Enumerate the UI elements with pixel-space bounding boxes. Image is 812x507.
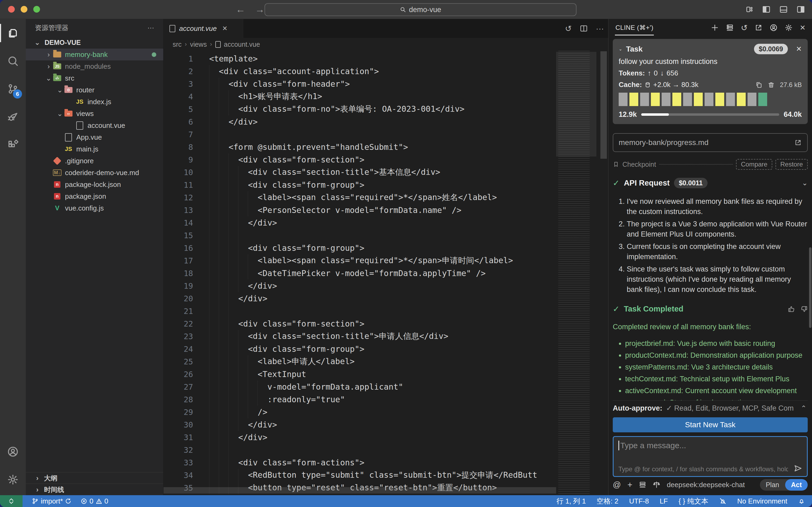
code-line-11[interactable]: 11 <div class="form-group"> [164, 179, 608, 191]
search-view-icon[interactable] [0, 47, 26, 75]
zoom-window-button[interactable] [33, 6, 40, 13]
back-icon[interactable]: ← [236, 4, 245, 15]
code-line-28[interactable]: 28 :readonly="true" [164, 393, 608, 406]
cline-title[interactable]: CLINE (⌘+') [615, 20, 654, 36]
cursor-position[interactable]: 行 1, 列 1 [557, 497, 586, 506]
notifications-bell-icon[interactable] [798, 498, 805, 505]
code-line-21[interactable]: 21 [164, 305, 608, 318]
code-line-29[interactable]: 29 /> [164, 406, 608, 418]
outline-panel[interactable]: › 大纲 [26, 472, 163, 484]
code-line-15[interactable]: 15 [164, 229, 608, 242]
code-line-9[interactable]: 9 <div class="form-section"> [164, 153, 608, 166]
timeline-history-icon[interactable]: ↺ [565, 24, 572, 33]
code-line-22[interactable]: 22 <div class="form-section"> [164, 318, 608, 330]
plan-act-toggle[interactable]: Plan Act [760, 479, 808, 491]
model-compare-icon[interactable] [653, 481, 660, 489]
mcp-servers-icon[interactable] [639, 481, 646, 489]
account-icon[interactable] [769, 23, 777, 32]
thumbs-down-icon[interactable] [800, 305, 808, 313]
code-line-18[interactable]: 18 <DateTimePicker v-model="formData.app… [164, 267, 608, 280]
explorer-icon[interactable] [0, 19, 26, 47]
api-request-row[interactable]: ✓ API Request $0.0011 ⌄ [613, 178, 808, 188]
code-line-17[interactable]: 17 <label><span class="required">*</span… [164, 254, 608, 267]
tree-item-views[interactable]: ⌄‹›views [26, 108, 163, 119]
add-context-icon[interactable]: + [627, 480, 632, 490]
minimap[interactable] [556, 51, 596, 495]
tree-item-src[interactable]: ⌄‹/›src [26, 72, 163, 84]
tree-item-router[interactable]: ⌄⚙router [26, 84, 163, 96]
code-line-13[interactable]: 13 <PersonSelector v-model="formData.nam… [164, 204, 608, 216]
forward-icon[interactable]: → [255, 4, 265, 15]
file-chip[interactable]: memory-bank/progress.md [613, 133, 808, 152]
open-in-editor-icon[interactable] [755, 23, 763, 32]
tree-item-package-json[interactable]: npackage.json [26, 190, 163, 202]
trash-icon[interactable] [768, 81, 775, 88]
code-line-6[interactable]: 6 </div> [164, 115, 608, 128]
code-line-34[interactable]: 34 <RedButton type="submit" class="submi… [164, 469, 608, 482]
open-file-icon[interactable] [794, 139, 802, 146]
code-line-33[interactable]: 33 <div class="form-actions"> [164, 456, 608, 469]
mcp-servers-icon[interactable] [726, 23, 734, 32]
minimap-slider[interactable] [556, 52, 596, 157]
git-branch-status[interactable]: import* [32, 497, 71, 505]
customize-layout-icon[interactable] [745, 5, 753, 13]
mention-icon[interactable]: @ [613, 480, 621, 489]
code-line-1[interactable]: 1<template> [164, 52, 608, 65]
environment-status[interactable]: No Environment [737, 497, 787, 505]
tree-item-coderider-demo-vue-md[interactable]: M↓coderider-demo-vue.md [26, 167, 163, 179]
code-line-14[interactable]: 14 </div> [164, 216, 608, 229]
message-input[interactable]: Type a message... Type @ for context, / … [613, 436, 808, 477]
code-line-5[interactable]: 5 <div class="form-no">表单编号: OA-2023-001… [164, 103, 608, 115]
tree-item-memory-bank[interactable]: ›memory-bank [26, 49, 163, 60]
workspace-root[interactable]: ⌄ DEMO-VUE [26, 36, 163, 49]
code-line-4[interactable]: 4 <h1>账号申请表</h1> [164, 90, 608, 103]
code-line-24[interactable]: 24 <div class="form-group"> [164, 343, 608, 355]
code-line-31[interactable]: 31 </div> [164, 431, 608, 444]
compare-button[interactable]: Compare [736, 159, 772, 170]
tree-item-account-vue[interactable]: account.vue [26, 119, 163, 131]
code-line-7[interactable]: 7 [164, 128, 608, 141]
disabled-indicator-icon[interactable] [719, 497, 727, 505]
source-control-icon[interactable]: 6 [0, 75, 26, 103]
thumbs-up-icon[interactable] [788, 305, 795, 313]
code-line-27[interactable]: 27 v-model="formData.applicant" [164, 381, 608, 393]
extensions-icon[interactable] [0, 131, 26, 159]
chevron-right-icon[interactable]: › [45, 62, 53, 71]
close-panel-icon[interactable]: ✕ [800, 23, 806, 32]
code-line-2[interactable]: 2 <div class="account-application"> [164, 65, 608, 77]
code-line-25[interactable]: 25 <label>申请人</label> [164, 355, 608, 368]
close-window-button[interactable] [8, 6, 15, 13]
tree-item-node-modules[interactable]: ›JSnode_modules [26, 60, 163, 72]
act-mode[interactable]: Act [785, 479, 808, 491]
breadcrumb-views[interactable]: views [190, 41, 207, 48]
code-line-19[interactable]: 19 </div> [164, 280, 608, 292]
chevron-up-icon[interactable]: ⌃ [800, 404, 808, 412]
toggle-panel-icon[interactable] [779, 5, 788, 14]
tree-item-app-vue[interactable]: App.vue [26, 131, 163, 143]
tree-item-vue-config-js[interactable]: Vvue.config.js [26, 202, 163, 214]
breadcrumb[interactable]: src › views › account.vue [164, 38, 608, 51]
chevron-down-icon[interactable]: ⌄ [619, 47, 622, 52]
vertical-scrollbar[interactable] [599, 51, 608, 495]
chevron-down-icon[interactable]: ⌄ [802, 179, 808, 187]
chevron-down-icon[interactable]: ⌄ [56, 110, 64, 118]
breadcrumb-file[interactable]: account.vue [224, 41, 260, 48]
chat-scrollbar-thumb[interactable] [809, 247, 811, 328]
settings-gear-icon[interactable] [785, 23, 793, 32]
code-line-3[interactable]: 3 <div class="form-header"> [164, 77, 608, 90]
chevron-right-icon[interactable]: › [45, 51, 53, 59]
timeline-panel[interactable]: › 时间线 [26, 484, 163, 495]
code-lines[interactable]: 1<template>2 <div class="account-applica… [164, 52, 608, 494]
eol-status[interactable]: LF [660, 497, 668, 505]
account-icon[interactable] [0, 438, 26, 466]
auto-approve-row[interactable]: Auto-approve: ✓ Read, Edit, Browser, MCP… [613, 400, 808, 416]
model-selector[interactable]: deepseek:deepseek-chat [667, 481, 745, 489]
tree-item--gitignore[interactable]: .gitignore [26, 155, 163, 167]
start-new-task-button[interactable]: Start New Task [613, 417, 808, 432]
language-mode[interactable]: { }纯文本 [679, 497, 708, 506]
encoding-status[interactable]: UTF-8 [629, 497, 649, 505]
toggle-primary-sidebar-icon[interactable] [762, 5, 771, 14]
chevron-down-icon[interactable]: ⌄ [45, 74, 53, 82]
code-line-8[interactable]: 8 <form @submit.prevent="handleSubmit"> [164, 141, 608, 153]
split-editor-icon[interactable] [580, 24, 588, 33]
